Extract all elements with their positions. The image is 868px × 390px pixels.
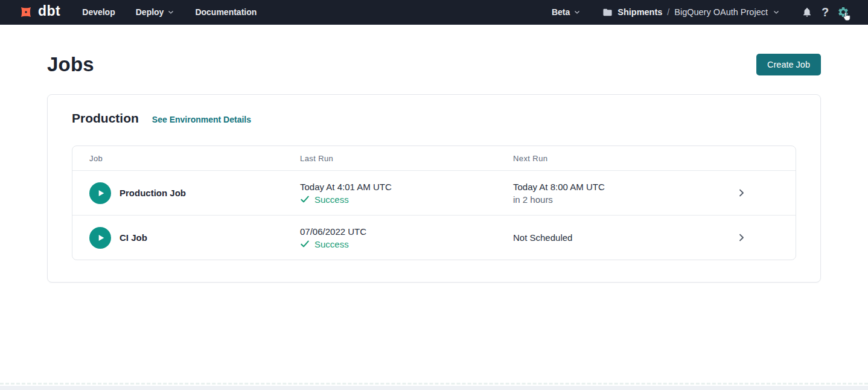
column-header-job: Job [89,154,300,163]
last-run-status: Success [300,239,513,249]
nav-item-deploy[interactable]: Deploy [136,7,175,17]
chevron-down-icon [573,8,581,16]
see-environment-details-link[interactable]: See Environment Details [152,115,251,124]
chevron-down-icon [773,8,780,16]
breadcrumb-account: Shipments [617,7,662,17]
check-icon [300,239,310,249]
job-cell: Production Job [89,182,300,204]
chevron-right-icon[interactable] [736,232,747,243]
breadcrumb-separator: / [667,7,669,17]
notifications-button[interactable] [798,3,816,21]
settings-button[interactable] [834,3,852,21]
chevron-right-icon[interactable] [736,188,747,198]
last-run-cell: Today At 4:01 AM UTC Success [300,182,513,205]
chevron-down-icon [167,8,174,16]
page-bottom-strip [0,386,868,390]
dbt-logo-icon [18,4,34,20]
environment-header: Production See Environment Details [72,111,796,126]
table-row-production-job[interactable]: Production Job Today At 4:01 AM UTC Succ… [72,170,796,215]
last-run-status: Success [300,194,513,205]
job-cell: CI Job [89,227,300,249]
page-title: Jobs [47,53,94,76]
play-icon [96,233,106,243]
bell-icon [802,7,812,18]
navbar-right: Beta Shipments / BigQuery OAuth Project … [552,3,852,21]
next-run-time: Not Scheduled [513,232,729,243]
create-job-button[interactable]: Create Job [756,54,821,75]
last-run-cell: 07/06/2022 UTC Success [300,226,513,249]
column-header-last-run: Last Run [300,154,513,163]
run-job-button[interactable] [89,182,111,204]
column-header-next-run: Next Run [513,154,729,163]
page-header: Jobs Create Job [47,53,821,76]
status-label: Success [314,194,349,205]
jobs-table-header: Job Last Run Next Run [72,146,796,170]
dbt-logo-text: dbt [38,4,60,20]
primary-nav: Develop Deploy Documentation [82,7,257,17]
job-name: Production Job [120,188,186,198]
status-label: Success [314,239,349,249]
page-bottom-divider [0,383,868,385]
nav-item-deploy-label: Deploy [136,7,164,17]
nav-item-documentation[interactable]: Documentation [195,7,257,17]
next-run-time: Today At 8:00 AM UTC [513,182,729,192]
job-name: CI Job [120,232,147,243]
project-breadcrumb[interactable]: Shipments / BigQuery OAuth Project [602,7,780,18]
breadcrumb-project: BigQuery OAuth Project [674,7,768,17]
table-row-ci-job[interactable]: CI Job 07/06/2022 UTC Success Not Schedu… [72,215,796,260]
next-run-note: in 2 hours [513,194,729,205]
beta-label: Beta [552,7,570,17]
play-icon [96,188,106,198]
gear-icon [837,6,849,18]
beta-dropdown[interactable]: Beta [552,7,581,17]
last-run-time: 07/06/2022 UTC [300,226,513,237]
run-job-button[interactable] [89,227,111,249]
dbt-logo[interactable]: dbt [18,4,60,20]
nav-item-develop-label: Develop [82,7,115,17]
environment-name: Production [72,111,139,126]
help-icon: ? [822,6,829,18]
folder-icon [602,7,613,18]
top-navbar: dbt Develop Deploy Documentation Beta Sh… [0,0,868,25]
next-run-cell: Today At 8:00 AM UTC in 2 hours [513,182,729,205]
last-run-time: Today At 4:01 AM UTC [300,182,513,192]
jobs-table: Job Last Run Next Run Production Job Tod… [72,145,796,260]
help-button[interactable]: ? [816,3,834,21]
page-content: Jobs Create Job Production See Environme… [0,53,868,283]
next-run-cell: Not Scheduled [513,232,729,243]
nav-item-documentation-label: Documentation [195,7,257,17]
environment-card: Production See Environment Details Job L… [47,94,821,283]
check-icon [300,194,310,204]
nav-item-develop[interactable]: Develop [82,7,115,17]
